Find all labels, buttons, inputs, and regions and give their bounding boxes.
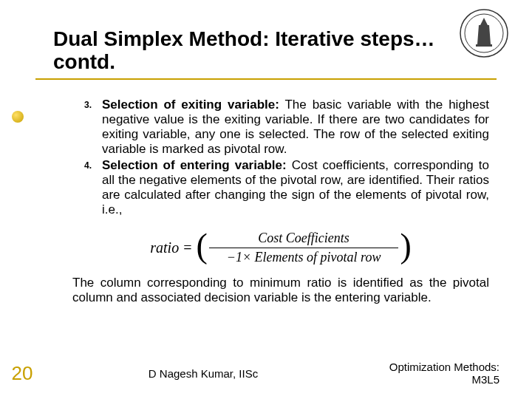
numerator: Cost Coefficients (240, 231, 367, 246)
denominator: −1× Elements of pivotal row (209, 250, 399, 265)
list-item: 4. Selection of entering variable: Cost … (72, 158, 489, 217)
fraction: Cost Coefficients −1× Elements of pivota… (209, 231, 399, 265)
formula-lhs: ratio (150, 239, 179, 256)
list-item: 3. Selection of exiting variable: The ba… (72, 98, 489, 157)
item-body: Selection of exiting variable: The basic… (102, 98, 489, 157)
footer-author: D Nagesh Kumar, IISc (44, 367, 362, 380)
item-bold-lead: Selection of exiting variable: (102, 98, 279, 112)
institute-logo-icon (458, 7, 510, 59)
footer-course: Optimization Methods: M3L5 (362, 361, 532, 386)
item-number: 4. (72, 158, 102, 217)
svg-rect-2 (476, 44, 492, 47)
item-number: 3. (72, 98, 102, 157)
content-area: 3. Selection of exiting variable: The ba… (72, 98, 489, 265)
slide: Dual Simplex Method: Iterative steps…con… (0, 0, 532, 399)
fraction-bar (209, 248, 399, 248)
formula-equals: = (183, 239, 191, 256)
footer: 20 D Nagesh Kumar, IISc Optimization Met… (0, 361, 532, 386)
ratio-formula: ratio = ( Cost Coefficients −1× Elements… (72, 231, 489, 265)
item-body: Selection of entering variable: Cost coe… (102, 158, 489, 217)
slide-title: Dual Simplex Method: Iterative steps…con… (53, 28, 497, 74)
left-paren-icon: ( (196, 233, 207, 260)
item-bold-lead: Selection of entering variable: (102, 158, 287, 172)
title-underline (35, 78, 497, 80)
closing-text: The column corresponding to minimum rati… (72, 276, 489, 305)
slide-number: 20 (0, 362, 44, 385)
bullet-accent-icon (12, 111, 24, 123)
right-paren-icon: ) (400, 233, 411, 260)
